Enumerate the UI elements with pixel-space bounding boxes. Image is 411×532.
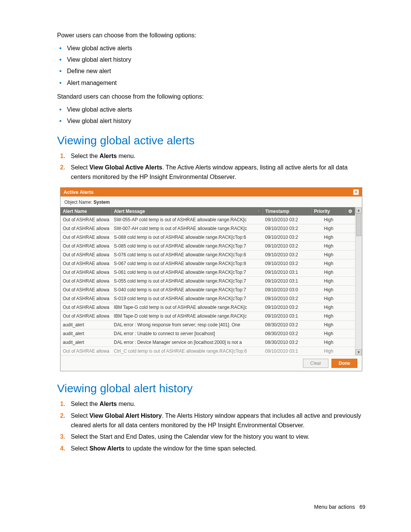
- scroll-down-icon[interactable]: ▼: [355, 349, 362, 355]
- cell-alert-message: S-067 cold temp is out of ASHRAE allowab…: [112, 259, 263, 268]
- cell-timestamp: 09/10/2010 03:2: [263, 294, 312, 303]
- scroll-up-icon[interactable]: ▲: [355, 207, 362, 213]
- cell-priority: High: [312, 312, 346, 320]
- table-row[interactable]: Out of ASHRAE allowaS-061 cold temp is o…: [61, 268, 355, 276]
- step-text: Select: [71, 445, 89, 452]
- table-row[interactable]: Out of ASHRAE allowaS-076 cold temp is o…: [61, 250, 355, 259]
- cell-alert-name: Out of ASHRAE allowa: [61, 241, 112, 250]
- page-number: 69: [359, 504, 365, 510]
- table-row[interactable]: Out of ASHRAE allowaSW-007-AH cold temp …: [61, 224, 355, 233]
- col-alert-message[interactable]: Alert Message ↓: [112, 207, 263, 216]
- cell-empty: [346, 320, 355, 329]
- table-row[interactable]: Out of ASHRAE allowaIBM Tape-D cold temp…: [61, 312, 355, 320]
- cell-empty: [346, 329, 355, 338]
- clear-button[interactable]: Clear: [303, 359, 328, 368]
- cell-priority: High: [312, 259, 346, 268]
- table-row[interactable]: audit_alertDAL error : Unable to connect…: [61, 329, 355, 338]
- cell-timestamp: 08/30/2010 03:2: [263, 338, 312, 347]
- cell-alert-message: S-076 cold temp is out of ASHRAE allowab…: [112, 250, 263, 259]
- col-timestamp[interactable]: Timestamp: [263, 207, 312, 216]
- cell-alert-message: S-040 cold temp is out of ASHRAE allowab…: [112, 285, 263, 294]
- table-row[interactable]: audit_alertDAL error : Device Manager se…: [61, 338, 355, 347]
- cell-alert-name: Out of ASHRAE allowa: [61, 216, 112, 224]
- cell-alert-name: Out of ASHRAE allowa: [61, 224, 112, 233]
- cell-empty: [346, 233, 355, 241]
- cell-alert-name: Out of ASHRAE allowa: [61, 250, 112, 259]
- heading-alert-history: Viewing global alert history: [57, 382, 365, 395]
- cell-timestamp: 09/10/2010 03:2: [263, 233, 312, 241]
- step-text: Select: [71, 164, 89, 171]
- cell-timestamp: 08/30/2010 03:2: [263, 320, 312, 329]
- object-name-value: System: [94, 200, 110, 205]
- cell-alert-name: audit_alert: [61, 329, 112, 338]
- vertical-scrollbar[interactable]: ▲ ▼: [355, 207, 362, 355]
- cell-alert-message: S-088 cold temp is out of ASHRAE allowab…: [112, 233, 263, 241]
- cell-priority: High: [312, 329, 346, 338]
- close-icon[interactable]: ✕: [353, 189, 359, 195]
- cell-empty: [346, 285, 355, 294]
- cell-alert-name: Out of ASHRAE allowa: [61, 294, 112, 303]
- table-row[interactable]: Out of ASHRAE allowaS-088 cold temp is o…: [61, 233, 355, 241]
- table-row[interactable]: Out of ASHRAE allowaIBM Tape-G cold temp…: [61, 303, 355, 312]
- step-text: menu.: [117, 153, 135, 159]
- cell-empty: [346, 294, 355, 303]
- cell-alert-name: audit_alert: [61, 320, 112, 329]
- object-name-label: Object Name:: [64, 200, 92, 205]
- step-4: 4. Select Show Alerts to update the wind…: [71, 444, 365, 454]
- step-1: 1. Select the Alerts menu.: [71, 399, 365, 409]
- step-3: 3. Select the Start and End Dates, using…: [71, 432, 365, 442]
- power-users-intro: Power users can choose from the followin…: [57, 30, 365, 40]
- list-item: Define new alert: [67, 66, 365, 77]
- cell-timestamp: 09/10/2010 03:2: [263, 303, 312, 312]
- step-text: Select the: [71, 153, 100, 159]
- cell-timestamp: 09/10/2010 03:2: [263, 224, 312, 233]
- table-row[interactable]: Out of ASHRAE allowaS-019 cold temp is o…: [61, 294, 355, 303]
- cell-priority: High: [312, 338, 346, 347]
- cell-alert-message: S-085 cold temp is out of ASHRAE allowab…: [112, 241, 263, 250]
- step-2: 2. Select View Global Active Alerts. The…: [71, 163, 365, 182]
- cell-alert-name: Out of ASHRAE allowa: [61, 285, 112, 294]
- dialog-title: Active Alerts: [64, 189, 94, 195]
- step-text: to update the window for the time span s…: [124, 445, 257, 452]
- table-row[interactable]: audit_alertDAL error : Wrong response fr…: [61, 320, 355, 329]
- cell-empty: [346, 312, 355, 320]
- cell-timestamp: 09/10/2010 03:0: [263, 285, 312, 294]
- cell-empty: [346, 303, 355, 312]
- table-row[interactable]: Out of ASHRAE allowaS-067 cold temp is o…: [61, 259, 355, 268]
- standard-users-intro: Standard users can choose from the follo…: [57, 92, 365, 102]
- footer-section: Menu bar actions: [314, 504, 355, 510]
- scroll-thumb[interactable]: [356, 213, 361, 236]
- col-priority[interactable]: Priority: [312, 207, 346, 216]
- cell-empty: [346, 259, 355, 268]
- cell-timestamp: 08/30/2010 03:2: [263, 329, 312, 338]
- show-alerts-label: Show Alerts: [89, 445, 124, 452]
- table-row-cutoff: Out of ASHRAE allowaCtrl_C cold temp is …: [61, 347, 355, 355]
- active-alerts-dialog: Active Alerts ✕ Object Name: System Aler…: [60, 187, 362, 371]
- page-footer: Menu bar actions 69: [314, 504, 365, 510]
- step-text: menu.: [117, 401, 135, 407]
- step-2: 2. Select View Global Alert History. The…: [71, 411, 365, 430]
- cell-timestamp: 09/10/2010 03:2: [263, 250, 312, 259]
- cell-timestamp: 09/10/2010 03:1: [263, 276, 312, 285]
- cell-priority: High: [312, 224, 346, 233]
- alert-history-steps: 1. Select the Alerts menu. 2. Select Vie…: [57, 399, 365, 454]
- standard-users-list: View global active alerts View global al…: [57, 104, 365, 127]
- table-row[interactable]: Out of ASHRAE allowaS-085 cold temp is o…: [61, 241, 355, 250]
- cell-priority: High: [312, 276, 346, 285]
- cell-alert-message: DAL error : Device Manager service on [l…: [112, 338, 263, 347]
- cell-timestamp: 09/10/2010 03:2: [263, 241, 312, 250]
- list-item: View global alert history: [67, 54, 365, 66]
- object-name-row: Object Name: System: [61, 197, 362, 207]
- table-row[interactable]: Out of ASHRAE allowaSW-055-AP cold temp …: [61, 216, 355, 224]
- col-alert-name[interactable]: Alert Name: [61, 207, 112, 216]
- done-button[interactable]: Done: [331, 359, 357, 368]
- cell-alert-message: S-055 cold temp is out of ASHRAE allowab…: [112, 276, 263, 285]
- active-alerts-steps: 1. Select the Alerts menu. 2. Select Vie…: [57, 152, 365, 182]
- table-row[interactable]: Out of ASHRAE allowaS-040 cold temp is o…: [61, 285, 355, 294]
- cell-priority: High: [312, 285, 346, 294]
- cell-alert-message: SW-007-AH cold temp is out of ASHRAE all…: [112, 224, 263, 233]
- cell-priority: High: [312, 320, 346, 329]
- sort-desc-icon: ↓: [258, 209, 260, 212]
- table-row[interactable]: Out of ASHRAE allowaS-055 cold temp is o…: [61, 276, 355, 285]
- col-settings-icon[interactable]: ⚙: [346, 207, 355, 216]
